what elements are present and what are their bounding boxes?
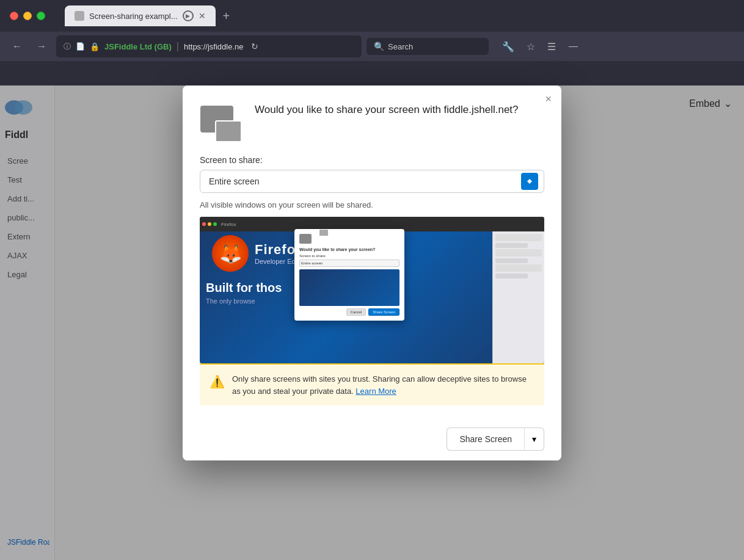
nested-select-value: Entire screen (301, 261, 323, 265)
nested-cancel-button[interactable]: Cancel (346, 308, 367, 316)
reader-view-icon: 📄 (76, 42, 85, 51)
preview-close-dot (202, 222, 206, 226)
screen-label: Screen to share: (200, 155, 544, 165)
browser-chrome: Screen-sharing exampl... ▶ ✕ + ← → ⓘ 📄 🔒… (0, 0, 744, 85)
nested-preview-inner (299, 269, 399, 306)
nested-icon-front (319, 229, 329, 236)
nested-icon-back (299, 234, 312, 244)
screen-icon-front (215, 120, 242, 142)
nested-screen-label: Screen to share: (299, 254, 399, 258)
page-area: Fiddl Scree Test Add ti... public... Ext… (0, 85, 744, 560)
nested-button-row: Cancel Share Screen (299, 308, 399, 316)
preview-inner: Firefox 🦊 Firefox Developer Edition Bu (200, 217, 544, 363)
share-dropdown-button[interactable]: ▾ (524, 427, 544, 451)
info-button[interactable]: ⓘ (64, 42, 71, 52)
firefox-logo-area: 🦊 Firefox Developer Edition (212, 235, 308, 272)
nested-icons (299, 234, 399, 244)
nested-preview-box (299, 269, 399, 306)
secure-lock-icon: 🔒 (90, 42, 100, 51)
tab-title: Screen-sharing exampl... (89, 12, 178, 21)
pr-row-1 (495, 234, 542, 241)
forward-button[interactable]: → (32, 38, 51, 54)
warning-bar: ⚠️ Only share screens with sites you tru… (200, 363, 544, 405)
url-divider: | (177, 41, 179, 52)
preview-min-dot (208, 222, 211, 226)
select-wrapper: Entire screen Window Browser Tab (200, 170, 544, 193)
pr-row-6 (495, 274, 528, 278)
firefox-sub: The only browse (206, 297, 255, 305)
screen-preview: Firefox 🦊 Firefox Developer Edition Bu (200, 217, 544, 363)
preview-right-panel (492, 231, 544, 363)
url-display: https://jsfiddle.ne (184, 42, 244, 51)
search-icon: 🔍 (374, 42, 384, 51)
bookmarks-list-icon[interactable]: ☰ (544, 38, 560, 55)
pr-row-3 (495, 249, 542, 256)
nested-title: Would you like to share your screen? (299, 247, 399, 252)
navigation-bar: ← → ⓘ 📄 🔒 JSFiddle Ltd (GB) | https://js… (0, 32, 744, 61)
tab-close-button[interactable]: ✕ (199, 11, 206, 21)
nav-tools: 🔧 ☆ ☰ ⸻ (498, 38, 582, 55)
nested-dialog: Would you like to share your screen? Scr… (294, 229, 404, 321)
warning-text: Only share screens with sites you trust.… (232, 373, 534, 397)
share-screen-button[interactable]: Share Screen (447, 427, 524, 451)
bookmark-icon[interactable]: ☆ (523, 38, 539, 55)
maximize-window-button[interactable] (37, 12, 45, 20)
minimize-window-button[interactable] (23, 12, 32, 20)
tab-media-icon: ▶ (183, 10, 194, 21)
search-label: Search (388, 42, 413, 51)
traffic-lights (10, 12, 45, 20)
address-bar[interactable]: ⓘ 📄 🔒 JSFiddle Ltd (GB) | https://jsfidd… (56, 35, 362, 57)
active-tab[interactable]: Screen-sharing exampl... ▶ ✕ (65, 5, 216, 26)
pr-row-5 (495, 264, 542, 272)
overflow-menu-icon[interactable]: ⸻ (564, 38, 582, 54)
settings-icon[interactable]: 🔧 (498, 38, 518, 55)
modal-header: Would you like to share your screen with… (183, 85, 561, 155)
pr-row-2 (495, 243, 528, 248)
modal-footer: Share Screen ▾ (183, 418, 561, 460)
nested-select: Entire screen (299, 260, 399, 267)
tab-favicon (75, 11, 84, 21)
modal-body: Screen to share: Entire screen Window Br… (183, 155, 561, 418)
nested-share-button[interactable]: Share Screen (368, 308, 399, 316)
modal-overlay: × Would you like to share your screen wi… (0, 85, 744, 560)
close-window-button[interactable] (10, 12, 18, 20)
tab-area: Screen-sharing exampl... ▶ ✕ + (65, 5, 235, 26)
modal-title: Would you like to share your screen with… (255, 103, 519, 117)
new-tab-button[interactable]: + (218, 7, 235, 26)
title-bar: Screen-sharing exampl... ▶ ✕ + (0, 0, 744, 32)
screen-share-modal: × Would you like to share your screen wi… (183, 85, 561, 460)
pr-row-4 (495, 258, 528, 263)
preview-browser-label: Firefox (221, 222, 236, 227)
main-content: Embed ⌄ × Would you like to share (55, 85, 744, 560)
modal-close-button[interactable]: × (545, 93, 552, 106)
reload-button[interactable]: ↻ (249, 39, 261, 54)
modal-description: Would you like to share your screen with… (255, 103, 519, 122)
firefox-tagline: Built for thos (206, 281, 282, 295)
back-button[interactable]: ← (7, 38, 27, 54)
search-bar[interactable]: 🔍 Search (367, 38, 489, 55)
dropdown-arrow-icon: ▾ (532, 434, 536, 444)
screen-share-icon (200, 106, 242, 142)
preview-max-dot (213, 222, 217, 226)
modal-screen-icon (200, 103, 243, 145)
company-name: JSFiddle Ltd (GB) (104, 42, 172, 51)
screen-select[interactable]: Entire screen Window Browser Tab (200, 170, 544, 193)
warning-triangle-icon: ⚠️ (210, 374, 225, 389)
firefox-logo-icon: 🦊 (212, 235, 249, 272)
screen-info: All visible windows on your screen will … (200, 200, 544, 209)
learn-more-link[interactable]: Learn More (356, 387, 396, 396)
